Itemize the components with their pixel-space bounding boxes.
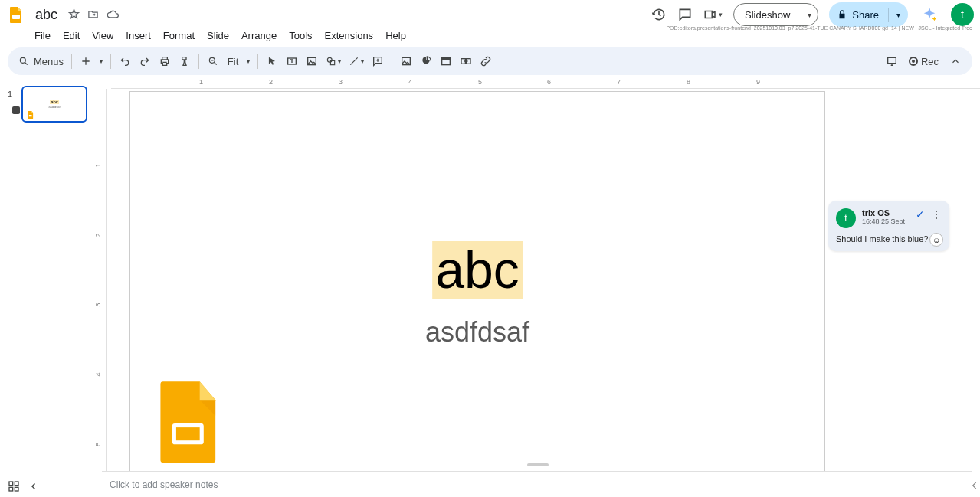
slide-canvas[interactable]: abc asdfdsaf [130, 92, 824, 482]
toolbar-separator [110, 54, 111, 69]
header-right: ▾ Slideshow ▾ Share ▾ t [651, 2, 974, 27]
comment-indicator [12, 106, 20, 114]
notes-resize-handle[interactable] [527, 463, 549, 466]
print-button[interactable] [156, 52, 174, 70]
menu-extensions[interactable]: Extensions [320, 28, 379, 43]
cloud-status-icon[interactable] [107, 8, 119, 21]
rec-icon [909, 57, 918, 66]
svg-rect-16 [176, 427, 200, 440]
comments-icon[interactable] [677, 7, 693, 22]
select-tool[interactable] [263, 52, 281, 70]
comment-body: Should I make this blue? [836, 234, 942, 244]
layout-button[interactable] [417, 52, 435, 70]
collapse-toolbar-button[interactable] [946, 52, 965, 70]
comment-author: trix OS [862, 208, 910, 217]
zoom-button[interactable] [204, 52, 222, 70]
svg-rect-18 [15, 482, 18, 486]
theme-button[interactable] [437, 52, 455, 70]
zoom-level[interactable]: Fit [224, 52, 242, 70]
bottom-controls [8, 480, 38, 492]
transition-button[interactable] [457, 52, 475, 70]
toolbar-right: Rec [883, 52, 965, 70]
resolve-icon[interactable]: ✓ [916, 208, 925, 221]
toolbar-separator [198, 54, 199, 69]
shape-button[interactable]: ▾ [323, 52, 344, 70]
explore-handle-icon[interactable] [969, 480, 980, 491]
toolbar: Menus ▾ Fit ▾ ▾ ▾ Rec [8, 47, 972, 75]
move-icon[interactable] [87, 8, 99, 21]
comment-avatar: t [836, 208, 856, 228]
svg-point-1 [20, 57, 25, 63]
image-button[interactable] [303, 52, 321, 70]
grid-view-icon[interactable] [8, 480, 20, 492]
notes-placeholder: Click to add speaker notes [110, 479, 218, 490]
search-menus[interactable]: Menus [15, 52, 67, 70]
comment-meta: trix OS 16:48 25 Sept [862, 208, 910, 225]
menu-help[interactable]: Help [380, 28, 411, 43]
menu-arrange[interactable]: Arrange [236, 28, 282, 43]
slide-thumbnail[interactable]: abc asdfdsaf [21, 86, 87, 123]
share-main[interactable]: Share [829, 6, 888, 24]
rec-button[interactable]: Rec [909, 56, 939, 67]
ruler-vertical[interactable]: 1 2 3 4 5 [96, 89, 107, 497]
collapse-panel-icon[interactable] [29, 482, 38, 491]
share-label: Share [852, 9, 879, 21]
menu-edit[interactable]: Edit [57, 28, 85, 43]
share-dropdown[interactable]: ▾ [888, 8, 908, 22]
menu-slide[interactable]: Slide [202, 28, 234, 43]
history-icon[interactable] [651, 7, 667, 22]
toolbar-separator [257, 54, 258, 69]
search-menus-label: Menus [34, 56, 64, 67]
star-icon[interactable] [68, 8, 80, 21]
thumb-subtitle: asdfdsaf [48, 105, 60, 109]
comment-header: t trix OS 16:48 25 Sept ✓ ⋮ [836, 208, 942, 228]
speaker-notes[interactable]: Click to add speaker notes [102, 471, 972, 497]
svg-rect-13 [888, 57, 896, 63]
present-inline-button[interactable] [883, 52, 901, 70]
title-icons [68, 8, 119, 21]
emoji-reaction-icon[interactable]: ☺ [929, 233, 943, 247]
svg-rect-10 [442, 57, 451, 60]
slides-logo[interactable] [6, 5, 26, 25]
gemini-icon[interactable] [919, 4, 940, 25]
slides-file-icon[interactable] [158, 381, 221, 466]
comment-card[interactable]: t trix OS 16:48 25 Sept ✓ ⋮ Should I mak… [828, 201, 949, 251]
link-button[interactable] [477, 52, 495, 70]
zoom-dropdown[interactable]: ▾ [244, 52, 253, 70]
canvas-wrap: abc asdfdsaf [130, 92, 827, 462]
slideshow-dropdown[interactable]: ▾ [801, 8, 818, 22]
paint-format-button[interactable] [175, 52, 194, 70]
slideshow-button: Slideshow ▾ [733, 3, 818, 26]
svg-rect-17 [9, 482, 13, 486]
menu-tools[interactable]: Tools [284, 28, 317, 43]
rec-label: Rec [921, 56, 939, 67]
slide-number: 1 [8, 90, 12, 99]
slide-subtitle[interactable]: asdfdsaf [425, 316, 529, 348]
text-box-button[interactable] [283, 52, 301, 70]
new-slide-button[interactable] [77, 52, 95, 70]
meet-icon[interactable]: ▾ [703, 8, 723, 21]
comment-timestamp: 16:48 25 Sept [862, 217, 910, 225]
more-icon[interactable]: ⋮ [931, 208, 942, 221]
menu-file[interactable]: File [29, 28, 56, 43]
lock-icon [837, 9, 847, 20]
menu-format[interactable]: Format [158, 28, 200, 43]
svg-point-6 [327, 57, 332, 62]
menu-insert[interactable]: Insert [120, 28, 156, 43]
svg-rect-20 [15, 487, 18, 491]
line-button[interactable]: ▾ [346, 52, 367, 70]
account-avatar[interactable]: t [951, 3, 974, 26]
svg-rect-14 [29, 115, 32, 116]
background-button[interactable] [397, 52, 415, 70]
comment-button[interactable] [369, 52, 387, 70]
document-title[interactable]: abc [31, 5, 62, 25]
menu-view[interactable]: View [87, 28, 119, 43]
redo-button[interactable] [136, 52, 154, 70]
ruler-horizontal[interactable]: 1 2 3 4 5 6 7 8 9 [111, 78, 980, 89]
main-area: 1 abc asdfdsaf 1 2 3 4 5 6 7 8 9 1 2 3 4… [0, 78, 980, 497]
slide-title[interactable]: abc [432, 241, 523, 299]
undo-button[interactable] [116, 52, 134, 70]
new-slide-dropdown[interactable]: ▾ [97, 52, 106, 70]
slideshow-main[interactable]: Slideshow [734, 6, 801, 24]
debug-build-info: POD:editora.presentations-frontend_20251… [666, 25, 972, 31]
